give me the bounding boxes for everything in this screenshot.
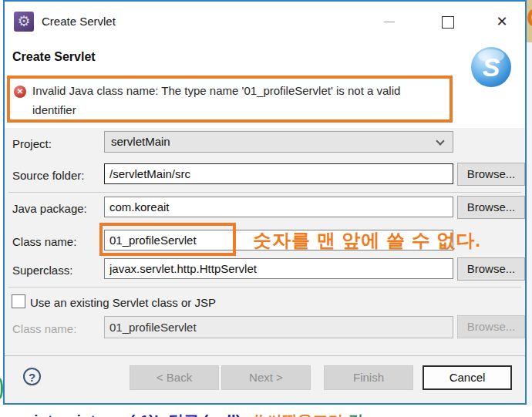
servlet-logo-icon: S [471, 47, 511, 87]
back-button: < Back [130, 365, 219, 390]
clipped-editor-text: int print (-1)!=털글 (null) // 써땅용프라 걸 [34, 411, 363, 417]
existing-class-browse-button: Browse... [457, 315, 525, 338]
gear-icon: ⚙ [14, 12, 34, 32]
existing-class-name-label: Class name: [12, 322, 76, 335]
error-x-glyph: ✕ [17, 87, 23, 96]
error-annotation-box: ✕ Invalid Java class name: The type name… [7, 76, 453, 123]
minimize-button[interactable] [372, 6, 407, 37]
gear-glyph: ⚙ [17, 13, 30, 29]
source-folder-browse-button[interactable]: Browse... [457, 163, 525, 186]
title-bar[interactable]: ⚙ Create Servlet ✕ [5, 2, 525, 42]
korean-annotation-note: 숫자를 맨 앞에 쓸 수 없다. [253, 228, 481, 253]
use-existing-checkbox[interactable] [12, 294, 25, 308]
separator [8, 287, 521, 288]
java-package-label: Java package: [12, 202, 87, 215]
page-title: Create Servlet [12, 50, 96, 64]
error-icon: ✕ [14, 86, 26, 98]
clipped-comment-text: // 써땅용프라 [254, 412, 348, 417]
desktop-background-right [527, 42, 532, 405]
superclass-input[interactable] [104, 258, 453, 279]
form-area: Project: servletMain Source folder: Brow… [5, 128, 525, 358]
use-existing-label: Use an existing Servlet class or JSP [30, 296, 216, 309]
class-name-annotation-box [99, 223, 236, 256]
create-servlet-dialog: ⚙ Create Servlet ✕ Create Servlet S ✕ In… [3, 0, 527, 405]
wizard-header: Create Servlet S ✕ Invalid Java class na… [5, 42, 525, 128]
source-folder-input[interactable] [104, 163, 453, 184]
next-button: Next > [221, 365, 311, 390]
cancel-button[interactable]: Cancel [423, 365, 512, 390]
desktop-background-bottom: int print (-1)!=털글 (null) // 써땅용프라 걸 [0, 405, 532, 417]
existing-class-name-input [104, 316, 453, 338]
superclass-browse-button[interactable]: Browse... [457, 257, 525, 281]
close-button[interactable]: ✕ [484, 6, 520, 37]
close-icon: ✕ [496, 14, 507, 29]
help-glyph: ? [29, 371, 35, 384]
separator [8, 192, 521, 193]
desktop-background-topright [527, 0, 532, 42]
help-icon[interactable]: ? [23, 368, 41, 385]
background-orange-annotation-fragment [527, 8, 532, 27]
project-combo[interactable]: servletMain [104, 131, 453, 153]
window-title: Create Servlet [42, 15, 116, 28]
project-label: Project: [12, 137, 52, 150]
error-message: Invalid Java class name: The type name '… [32, 81, 444, 119]
java-package-input[interactable] [104, 197, 453, 217]
java-package-browse-button[interactable]: Browse... [457, 196, 525, 219]
clipped-code-text: int print (-1)!=털글 (null) [34, 412, 254, 417]
finish-button: Finish [324, 365, 413, 390]
chevron-down-icon [436, 136, 444, 145]
clipped-tail-text: 걸 [348, 412, 363, 417]
project-combo-value: servletMain [111, 135, 170, 148]
source-folder-label: Source folder: [12, 169, 84, 182]
logo-letter: S [483, 52, 500, 82]
maximize-button[interactable] [429, 6, 465, 37]
superclass-label: Superclass: [12, 264, 72, 277]
button-bar: ? < Back Next > Finish Cancel [5, 355, 525, 403]
class-name-label: Class name: [12, 235, 76, 248]
